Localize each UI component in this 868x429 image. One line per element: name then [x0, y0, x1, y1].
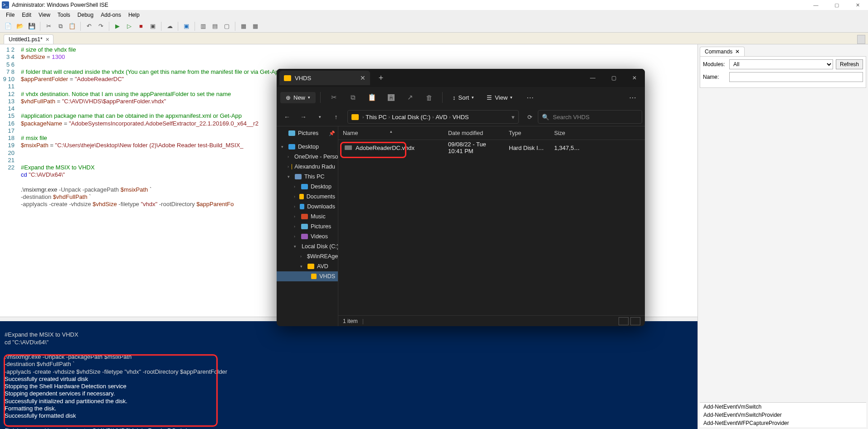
forward-button[interactable]: →: [296, 110, 311, 124]
file-row[interactable]: AdobeReaderDC.vhdx 09/08/22 - Tue 10:41 …: [338, 142, 645, 154]
crumb-avd[interactable]: AVD: [436, 114, 448, 121]
navpane-music[interactable]: Music: [311, 213, 326, 220]
navpane-avd[interactable]: AVD: [317, 263, 328, 270]
more-button[interactable]: ⋯: [522, 93, 539, 102]
cut-icon[interactable]: ✂: [325, 90, 342, 105]
paste-icon[interactable]: 📋: [363, 90, 380, 105]
new-file-icon[interactable]: 📄: [3, 21, 14, 32]
copy-icon[interactable]: ⧉: [344, 90, 361, 105]
explorer-tab[interactable]: VHDS ✕: [279, 71, 370, 85]
ise-close-button[interactable]: ✕: [847, 0, 868, 10]
list-item[interactable]: Add-NetEventWFPCaptureProvider: [700, 419, 866, 427]
undo-icon[interactable]: ↶: [83, 21, 94, 32]
sort-label: Sort: [458, 94, 469, 101]
col-name[interactable]: ▴Name: [338, 130, 444, 136]
remote-icon[interactable]: ☁: [164, 21, 175, 32]
layout3-icon[interactable]: ▢: [221, 21, 232, 32]
sort-button[interactable]: ↕ Sort ▾: [447, 92, 479, 103]
list-item[interactable]: Add-NetEventVmSwitchProvider: [700, 411, 866, 419]
menu-addons[interactable]: Add-ons: [98, 11, 124, 19]
explorer-maximize-button[interactable]: ▢: [603, 69, 624, 87]
navpane-user[interactable]: Alexandru Radu: [294, 164, 335, 170]
new-button[interactable]: ⊕ New ▾: [280, 92, 316, 103]
explorer-minimize-button[interactable]: —: [582, 69, 603, 87]
file-explorer-window: VHDS ✕ + — ▢ ✕ ⊕ New ▾ ✂ ⧉ 📋 🅰 ↗ 🗑 ↕ Sor…: [277, 69, 645, 326]
new-tab-button[interactable]: +: [374, 73, 388, 83]
layout1-icon[interactable]: ▥: [198, 21, 209, 32]
breadcrumb[interactable]: › This PC› Local Disk (C:)› AVD› VHDS ▾: [347, 110, 519, 124]
modules-select[interactable]: All: [729, 59, 833, 69]
show-cmd-icon[interactable]: ▦: [238, 21, 249, 32]
menu-file[interactable]: File: [3, 11, 18, 19]
delete-icon[interactable]: 🗑: [420, 90, 438, 105]
col-date[interactable]: Date modified: [444, 130, 504, 136]
explorer-nav-pane[interactable]: Pictures📌 ▾Desktop ›OneDrive - Perso ›Al…: [277, 126, 338, 326]
close-icon[interactable]: ✕: [735, 48, 740, 55]
close-icon[interactable]: ✕: [45, 37, 49, 43]
navpane-winre[interactable]: $WinREAgent: [307, 253, 338, 260]
name-input[interactable]: [729, 72, 863, 82]
stop-icon[interactable]: ■: [136, 21, 146, 32]
back-button[interactable]: ←: [279, 110, 295, 124]
tiles-view-icon[interactable]: [630, 317, 640, 325]
crumb-vhds[interactable]: VHDS: [453, 114, 469, 121]
cut-icon[interactable]: ✂: [43, 21, 54, 32]
col-size[interactable]: Size: [550, 130, 586, 136]
navpane-vhds[interactable]: VHDS: [319, 273, 335, 280]
copy-icon[interactable]: ⧉: [55, 21, 66, 32]
search-input[interactable]: 🔍 Search VHDS: [538, 110, 642, 124]
chevron-down-icon: ▾: [472, 95, 474, 100]
navpane-onedrive[interactable]: OneDrive - Perso: [294, 154, 338, 160]
refresh-button[interactable]: Refresh: [836, 59, 863, 69]
crumb-drive[interactable]: Local Disk (C:): [392, 114, 430, 121]
ise-maximize-button[interactable]: ▢: [826, 0, 847, 10]
redo-icon[interactable]: ↷: [95, 21, 106, 32]
layout2-icon[interactable]: ▤: [210, 21, 220, 32]
commands-list[interactable]: Add-NetEventVmSwitch Add-NetEventVmSwitc…: [700, 402, 866, 427]
menu-debug[interactable]: Debug: [74, 11, 97, 19]
list-item[interactable]: Add-NetEventVmSwitch: [700, 403, 866, 411]
share-icon[interactable]: ↗: [401, 90, 419, 105]
refresh-icon[interactable]: ⟳: [522, 114, 537, 121]
navpane-nd-desktop[interactable]: Desktop: [311, 183, 332, 190]
recent-chevron-icon[interactable]: ▾: [312, 110, 327, 124]
paste-icon[interactable]: 📋: [67, 21, 78, 32]
commands-tab[interactable]: Commands ✕: [700, 47, 745, 56]
save-icon[interactable]: 💾: [26, 21, 37, 32]
close-icon[interactable]: ✕: [360, 74, 366, 82]
menu-help[interactable]: Help: [125, 11, 143, 19]
show-cmd2-icon[interactable]: ▦: [250, 21, 261, 32]
open-file-icon[interactable]: 📂: [15, 21, 25, 32]
menu-edit[interactable]: Edit: [19, 11, 34, 19]
crumb-thispc[interactable]: This PC: [366, 114, 386, 121]
run-icon[interactable]: ▶: [112, 21, 123, 32]
navpane-downloads[interactable]: Downloads: [307, 203, 335, 210]
ise-minimize-button[interactable]: —: [805, 0, 826, 10]
run-selection-icon[interactable]: ▷: [124, 21, 135, 32]
script-tab[interactable]: Untitled1.ps1* ✕: [4, 34, 54, 44]
navpane-desktop[interactable]: Desktop: [298, 144, 319, 150]
details-view-icon[interactable]: [619, 317, 629, 325]
navpane-thispc[interactable]: This PC: [304, 174, 324, 180]
stop-debug-icon[interactable]: ▣: [147, 21, 158, 32]
navpane-pictures[interactable]: Pictures: [298, 130, 318, 136]
ise-app-icon: >_: [2, 1, 9, 9]
navpane-nd-pictures[interactable]: Pictures: [311, 223, 331, 230]
view-button[interactable]: ☰ View ▾: [481, 92, 518, 103]
explorer-close-button[interactable]: ✕: [624, 69, 645, 87]
console-pane[interactable]: #Expand the MSIX to VHDX cd "C:\AVD\x64\…: [0, 321, 697, 429]
ps-icon[interactable]: ▣: [181, 21, 192, 32]
col-type[interactable]: Type: [504, 130, 550, 136]
tab-scroll-icon[interactable]: [857, 35, 865, 44]
up-button[interactable]: ↑: [328, 110, 344, 124]
chevron-down-icon: ▾: [308, 95, 310, 100]
overflow-button[interactable]: ⋯: [624, 93, 641, 102]
menu-view[interactable]: View: [35, 11, 54, 19]
rename-icon[interactable]: 🅰: [382, 90, 400, 105]
navpane-videos[interactable]: Videos: [311, 233, 328, 240]
menu-tools[interactable]: Tools: [54, 11, 73, 19]
navpane-drive[interactable]: Local Disk (C:): [302, 243, 338, 250]
chevron-down-icon[interactable]: ▾: [512, 114, 515, 121]
name-label: Name:: [703, 74, 727, 80]
navpane-documents[interactable]: Documents: [307, 193, 335, 200]
